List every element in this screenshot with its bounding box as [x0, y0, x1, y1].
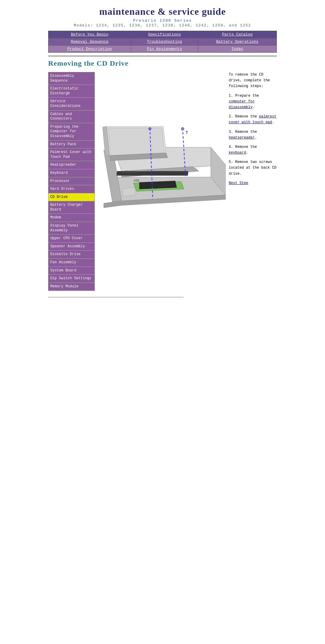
sidebar-item-heatspreader[interactable]: Heatspreader	[48, 161, 94, 169]
header: maintenance & service guide Presario 120…	[48, 6, 277, 28]
image-area: T 400	[98, 72, 226, 291]
content-area: Disassembly Sequence Electrostatic Disch…	[48, 72, 277, 291]
nav-cell-trouble: Troubleshooting	[131, 38, 198, 45]
nav-link-specs[interactable]: Specifications	[148, 32, 181, 37]
models-text: Models: 1234, 1235, 1236, 1237, 1238, 12…	[48, 23, 277, 28]
nav-cell-pin: Pin Assignments	[131, 45, 198, 53]
sidebar-item-battery-pack[interactable]: Battery Pack	[48, 141, 94, 149]
sidebar-item-speaker[interactable]: Speaker Assembly	[48, 243, 94, 251]
sidebar-item-upper-cpu[interactable]: Upper CPU Cover	[48, 235, 94, 243]
link-keyboard[interactable]: keyboard	[229, 151, 246, 155]
sidebar-item-cd-drive[interactable]: CD Drive	[48, 193, 94, 202]
nav-cell-index: Index	[198, 45, 277, 53]
nav-row-2: Removal Sequence Troubleshooting Battery…	[48, 38, 277, 45]
link-palmrest-cover[interactable]: palmrest cover with touch pad	[229, 114, 276, 124]
nav-row-1: Before You Begin Specifications Parts Ca…	[48, 31, 277, 38]
instruction-step-5: 5. Remove two screws located at the back…	[229, 159, 277, 177]
instructions-intro: To remove the CD drive, complete the fol…	[229, 72, 277, 89]
top-divider	[48, 56, 277, 56]
nav-cell-removal: Removal Sequence	[48, 38, 131, 45]
sidebar-item-processor[interactable]: Processor	[48, 177, 94, 186]
cd-drive-diagram: T 400	[98, 72, 226, 291]
nav-row-3: Product Description Pin Assignments Inde…	[48, 45, 277, 53]
page-wrapper: maintenance & service guide Presario 120…	[45, 0, 280, 309]
svg-marker-11	[108, 128, 165, 155]
nav-link-pin[interactable]: Pin Assignments	[147, 47, 182, 51]
svg-text:T: T	[186, 130, 188, 135]
sidebar-item-modem[interactable]: Modem	[48, 214, 94, 222]
instruction-step-1: 1. Prepare the computer for disassembly.	[229, 93, 277, 111]
nav-link-removal[interactable]: Removal Sequence	[71, 39, 108, 44]
sidebar-item-diskette[interactable]: Diskette Drive	[48, 251, 94, 259]
sidebar-item-battery-charger[interactable]: Battery Charger Board	[48, 201, 94, 214]
page-title: Removing the CD Drive	[48, 59, 277, 67]
nav-cell-before: Before You Begin	[48, 31, 131, 38]
main-title: maintenance & service guide	[48, 6, 277, 17]
sidebar-item-keyboard[interactable]: Keyboard	[48, 169, 94, 177]
sidebar-item-disassembly-sequence[interactable]: Disassembly Sequence	[48, 72, 94, 85]
next-step-link[interactable]: Next Step	[229, 180, 277, 186]
svg-rect-6	[116, 171, 188, 176]
nav-cell-parts: Parts Catalog	[198, 31, 277, 38]
nav-link-parts[interactable]: Parts Catalog	[222, 32, 252, 37]
instructions-area: To remove the CD drive, complete the fol…	[229, 72, 277, 291]
link-heatspreader[interactable]: heatspreader	[229, 136, 255, 140]
nav-cell-specs: Specifications	[131, 31, 198, 38]
subtitle: Presario 1200 Series	[48, 18, 277, 23]
nav-cell-battery-ops: Battery Operations	[198, 38, 277, 45]
nav-link-battery-ops[interactable]: Battery Operations	[216, 39, 258, 44]
bottom-divider	[48, 297, 184, 297]
sidebar: Disassembly Sequence Electrostatic Disch…	[48, 72, 95, 291]
sidebar-item-preparing[interactable]: Preparing the Computer for Disassembly	[48, 123, 94, 141]
svg-text:400: 400	[134, 179, 140, 183]
sidebar-item-hard-drives[interactable]: Hard Drives	[48, 185, 94, 193]
sidebar-item-electrostatic[interactable]: Electrostatic Discharge	[48, 85, 94, 98]
nav-link-index[interactable]: Index	[231, 47, 243, 51]
nav-cell-product: Product Description	[48, 45, 131, 53]
sidebar-item-memory[interactable]: Memory Module	[48, 283, 94, 291]
sidebar-item-system-board[interactable]: System Board	[48, 267, 94, 275]
main-content: T 400 To remove the CD drive, complete t…	[98, 72, 277, 291]
instruction-step-4: 4. Remove the keyboard.	[229, 144, 277, 156]
nav-link-trouble[interactable]: Troubleshooting	[147, 39, 182, 44]
sidebar-item-cables[interactable]: Cables and Connectors	[48, 111, 94, 123]
link-computer-disassembly[interactable]: computer for disassembly	[229, 99, 255, 109]
svg-marker-8	[139, 181, 177, 189]
sidebar-item-palmrest[interactable]: Palmrest Cover with Touch Pad	[48, 148, 94, 161]
nav-link-before[interactable]: Before You Begin	[71, 32, 108, 37]
sidebar-item-fan[interactable]: Fan Assembly	[48, 259, 94, 267]
sidebar-item-display-panel[interactable]: Display Panel Assembly	[48, 222, 94, 235]
instruction-step-3: 3. Remove the heatspreader.	[229, 129, 277, 141]
sidebar-item-dip-switch[interactable]: Dip Switch Settings	[48, 275, 94, 283]
nav-table: Before You Begin Specifications Parts Ca…	[48, 31, 277, 53]
instruction-step-2: 2. Remove the palmrest cover with touch …	[229, 114, 277, 125]
sidebar-item-service-considerations[interactable]: Service Considerations	[48, 98, 94, 110]
nav-link-product[interactable]: Product Description	[67, 47, 112, 51]
